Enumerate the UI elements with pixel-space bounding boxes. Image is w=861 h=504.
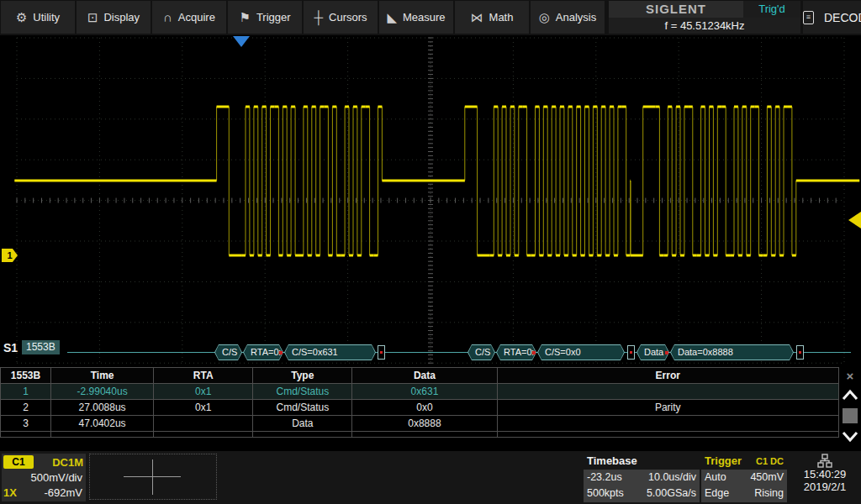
timebase-title: Timebase	[587, 453, 637, 470]
close-icon[interactable]: ×	[841, 369, 859, 384]
frequency-readout: f = 45.51234kHz	[609, 18, 800, 34]
trigger-panel[interactable]: Trigger C1 DC Auto 450mV Edge Rising	[701, 453, 787, 502]
measure-icon: ◣	[387, 11, 397, 24]
trigger-position-marker[interactable]	[233, 36, 250, 47]
menu-item-analysis[interactable]: ◎Analysis	[531, 1, 605, 34]
menu-item-acquire[interactable]: ∩Acquire	[152, 1, 226, 34]
gear-icon: ⚙	[16, 11, 27, 24]
menu-item-trigger[interactable]: ⚑Trigger	[228, 1, 302, 34]
menu-item-display[interactable]: ⊡Display	[77, 1, 151, 34]
channel-offset: -692mV	[44, 486, 82, 501]
trigger-level: 450mV	[750, 470, 784, 486]
probe-attenuation: 1X	[3, 486, 17, 501]
top-menu-bar: ⚙Utility⊡Display∩Acquire⚑Trigger┼Cursors…	[0, 0, 861, 35]
channel1-badge: C1	[3, 455, 34, 469]
table-row[interactable]: 227.0088us0x1Cmd/Status0x0Parity	[1, 400, 839, 416]
table-scrollbar: ×	[839, 367, 861, 448]
trigger-source: C1 DC	[756, 453, 784, 470]
timebase-delay: -23.2us	[587, 470, 622, 486]
decode-menu-button[interactable]: ≡ DECODE	[803, 1, 861, 34]
waveform-trace	[0, 35, 861, 367]
coupling-label: DC1M	[52, 456, 83, 469]
memory-depth: 500kpts	[587, 486, 624, 501]
timebase-scale: 10.0us/div	[648, 470, 696, 486]
acquire-icon: ∩	[163, 11, 172, 24]
sample-rate: 5.00GSa/s	[647, 486, 696, 501]
volts-per-div: 500mV/div	[2, 470, 86, 486]
waveform-display-area: 1 S1 1553B C/SRTA=0xC/S=0x631C/SRTA=0xC/…	[0, 35, 861, 367]
timebase-panel[interactable]: Timebase -23.2us 10.0us/div 500kpts 5.00…	[584, 453, 700, 502]
scrollbar-thumb[interactable]	[843, 408, 858, 423]
logo-block: SIGLENT Trig'd f = 45.51234kHz	[609, 1, 800, 34]
column-header: Time	[51, 368, 154, 384]
table-row-partial	[1, 432, 839, 438]
system-time: 15:40:29	[790, 468, 859, 480]
cursors-icon: ┼	[314, 11, 323, 24]
scroll-down-icon[interactable]	[840, 426, 860, 448]
channel1-panel[interactable]: C1 DC1M 500mV/div 1X -692mV	[2, 454, 86, 501]
scroll-up-icon[interactable]	[840, 384, 860, 406]
trigger-slope: Rising	[754, 486, 784, 501]
menu-item-utility[interactable]: ⚙Utility	[1, 1, 75, 34]
column-header: Error	[497, 368, 838, 384]
trigger-title: Trigger	[705, 453, 742, 470]
menu-item-cursors[interactable]: ┼Cursors	[304, 1, 378, 34]
document-icon: ≡	[803, 11, 814, 24]
decode-menu-label: DECODE	[824, 11, 861, 24]
flag-icon: ⚑	[239, 11, 250, 24]
math-icon: ⋈	[471, 11, 483, 24]
column-header: Type	[253, 368, 352, 384]
table-row[interactable]: 1-2.99040us0x1Cmd/Status0x631	[1, 384, 839, 400]
trigger-type: Edge	[705, 486, 729, 501]
trigger-status-badge: Trig'd	[743, 1, 800, 18]
system-date: 2019/2/1	[790, 480, 859, 493]
decode-result-table[interactable]: 1553BTimeRTATypeDataError 1-2.99040us0x1…	[0, 367, 839, 438]
trigger-mode: Auto	[705, 470, 726, 486]
oscilloscope-screen: ⚙Utility⊡Display∩Acquire⚑Trigger┼Cursors…	[0, 0, 861, 504]
column-header: Data	[352, 368, 497, 384]
table-header-row: 1553BTimeRTATypeDataError	[1, 368, 839, 384]
menu-item-measure[interactable]: ◣Measure	[379, 1, 453, 34]
network-icon	[817, 454, 832, 468]
siglent-logo: SIGLENT	[609, 1, 743, 18]
table-row[interactable]: 347.0402usData0x8888	[1, 416, 839, 432]
column-header: RTA	[154, 368, 253, 384]
column-header: 1553B	[1, 368, 51, 384]
reference-crosshair-box	[89, 454, 217, 500]
analysis-icon: ◎	[539, 11, 550, 24]
menu-item-math[interactable]: ⋈Math	[455, 1, 529, 34]
clock-panel: 15:40:29 2019/2/1	[790, 453, 859, 502]
bottom-status-bar: C1 DC1M 500mV/div 1X -692mV Timebase -23…	[0, 451, 861, 504]
display-icon: ⊡	[87, 11, 98, 24]
